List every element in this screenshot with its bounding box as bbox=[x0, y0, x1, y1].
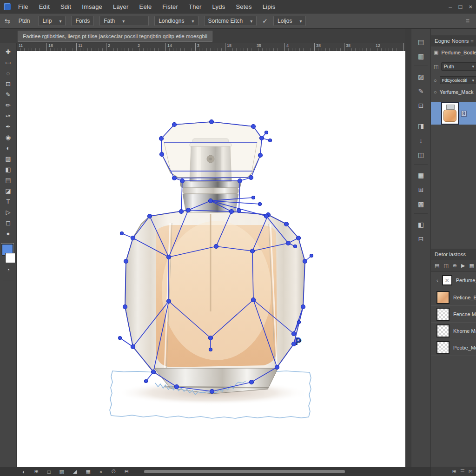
layer-mask-thumbnail[interactable] bbox=[436, 308, 450, 321]
menu-item[interactable]: Fister bbox=[162, 3, 178, 10]
layer-name-row[interactable]: ▣ Perfume_Bodle bbox=[434, 49, 476, 55]
panel-icon[interactable]: ◧ bbox=[418, 221, 424, 228]
layers-footer-icon[interactable]: ☰ bbox=[460, 469, 465, 475]
layer-row[interactable]: Reficne_Batb bbox=[431, 289, 476, 306]
tool-label: Ptdn bbox=[16, 16, 33, 26]
status-bar-icon[interactable]: × bbox=[99, 469, 102, 475]
path-thumbnail[interactable] bbox=[441, 102, 459, 125]
layers-toolbar-icon[interactable]: ▤ bbox=[435, 263, 439, 269]
maximize-button[interactable]: □ bbox=[459, 3, 463, 10]
paths-panel-header[interactable]: Eogne Noonrs ≡ bbox=[431, 35, 476, 46]
constrain-dropdown[interactable]: Londlogns ▾ bbox=[154, 16, 198, 26]
tool-icon[interactable]: ◪ bbox=[5, 187, 11, 195]
layer-mask-thumbnail[interactable] bbox=[436, 324, 450, 337]
menu-item[interactable]: Setes bbox=[236, 3, 251, 10]
layer-row[interactable]: Peobe_Mos bbox=[431, 339, 476, 356]
vector-mask-thumbnail[interactable]: ✕ bbox=[442, 275, 452, 285]
make-button[interactable]: Fords bbox=[71, 16, 94, 26]
menu-item[interactable]: Lipis bbox=[263, 3, 276, 10]
operation-dropdown[interactable]: FdEyoolectitl ▾ bbox=[440, 76, 476, 84]
status-bar-icon[interactable]: ▦ bbox=[86, 469, 90, 475]
panel-icon[interactable]: ▤ bbox=[418, 38, 424, 46]
panel-icon[interactable]: ⊞ bbox=[418, 186, 424, 193]
panel-icon[interactable]: ▩ bbox=[414, 200, 428, 214]
layer-thumbnail[interactable] bbox=[436, 291, 450, 304]
tool-icon[interactable]: ▤ bbox=[5, 177, 11, 184]
tool-icon[interactable]: ✑ bbox=[6, 112, 11, 120]
panel-icon[interactable]: ⊡ bbox=[414, 102, 428, 115]
panel-icon[interactable]: ↓ bbox=[419, 137, 423, 144]
background-color-swatch[interactable] bbox=[5, 253, 15, 263]
panel-icon[interactable]: ▥ bbox=[414, 53, 428, 66]
menu-item[interactable]: Eele bbox=[139, 3, 152, 10]
tool-icon[interactable]: ◻ bbox=[6, 219, 11, 227]
path-mode-dropdown[interactable]: Puth ▾ bbox=[441, 62, 476, 71]
status-bar-icon[interactable]: ⊞ bbox=[34, 469, 39, 475]
options-menu-icon[interactable]: ≡ bbox=[466, 17, 469, 25]
path-dropdown[interactable]: Fath ▾ bbox=[99, 16, 149, 26]
menu-item[interactable]: Layer bbox=[113, 3, 129, 10]
tool-icon[interactable]: ✎ bbox=[6, 91, 11, 99]
document-canvas[interactable]: P bbox=[17, 51, 405, 467]
layer-row[interactable]: Khorne Mail bbox=[431, 323, 476, 339]
tool-icon[interactable]: ▭ bbox=[5, 59, 11, 66]
panel-icon[interactable]: ▨ bbox=[418, 73, 424, 80]
tool-icon[interactable]: ▨ bbox=[5, 155, 11, 163]
tool-icon[interactable]: ◉ bbox=[6, 134, 11, 141]
menu-item[interactable]: Imsage bbox=[82, 3, 102, 10]
layers-toolbar-icon[interactable]: ⊕ bbox=[453, 263, 457, 269]
layers-footer-icon[interactable]: ⊡ bbox=[469, 469, 473, 475]
layers-panel-header[interactable]: Detor lastoss bbox=[431, 249, 476, 260]
layer-mask-thumbnail[interactable] bbox=[436, 341, 450, 354]
status-bar-icon[interactable]: ▨ bbox=[60, 469, 64, 475]
back-chevron-icon[interactable]: ‹ bbox=[436, 278, 438, 283]
panel-icon[interactable]: ✎ bbox=[418, 87, 424, 95]
layers-toolbar-icon[interactable]: ▦ bbox=[469, 263, 474, 269]
menu-item[interactable]: Ther bbox=[189, 3, 202, 10]
commit-check-icon[interactable]: ✓ bbox=[262, 17, 268, 25]
layer-row[interactable]: Fencne Mai bbox=[431, 306, 476, 323]
tool-icon[interactable]: ✏ bbox=[6, 102, 11, 109]
tool-icon[interactable]: ● bbox=[7, 230, 10, 238]
menu-item[interactable]: Edit bbox=[39, 3, 50, 10]
tool-icon[interactable]: ◌ bbox=[7, 70, 10, 77]
menu-item[interactable]: File bbox=[18, 3, 28, 10]
operation-row[interactable]: ○ FdEyoolectitl ▾ bbox=[434, 76, 476, 84]
tool-icon[interactable]: ◧ bbox=[5, 166, 11, 173]
minimize-button[interactable]: – bbox=[449, 3, 452, 10]
panel-icon[interactable]: ⊟ bbox=[418, 235, 424, 243]
tool-icon[interactable]: ⊡ bbox=[6, 80, 11, 88]
menu-item[interactable]: Lyds bbox=[212, 3, 225, 10]
panel-icon[interactable]: ◫ bbox=[414, 151, 428, 165]
tool-icon[interactable]: ▷ bbox=[6, 209, 10, 216]
menu-item[interactable]: Sdit bbox=[60, 3, 71, 10]
layers-footer-icon[interactable]: ⊞ bbox=[452, 469, 456, 475]
path-mode-row[interactable]: ◫ Puth ▾ bbox=[434, 62, 476, 71]
horizontal-ruler[interactable]: 1118112214318354383812 bbox=[17, 43, 405, 51]
status-bar-icon[interactable]: ∅ bbox=[111, 469, 116, 475]
mask-name-row[interactable]: ○ Yerfume_Mack bbox=[434, 89, 476, 95]
status-bar-icon[interactable]: □ bbox=[47, 469, 51, 475]
status-bar-icon[interactable]: ◢ bbox=[73, 469, 77, 475]
panel-icon[interactable]: ◨ bbox=[418, 122, 424, 130]
hand-tool-icon[interactable]: ◔ bbox=[7, 266, 10, 274]
tool-icon[interactable]: ◐ bbox=[7, 145, 10, 152]
align-dropdown[interactable]: Loljos ▾ bbox=[273, 16, 306, 26]
status-bar-icon[interactable]: ◐ bbox=[22, 469, 26, 475]
tool-icon[interactable]: ✒ bbox=[6, 123, 11, 131]
tool-preset-icon[interactable]: ⇆ bbox=[5, 17, 10, 25]
ruler-number: 4 bbox=[284, 43, 314, 51]
edge-dropdown[interactable]: Sortcme Eitch ▾ bbox=[204, 16, 257, 26]
close-button[interactable]: × bbox=[469, 3, 472, 10]
panel-menu-icon[interactable]: ≡ bbox=[470, 35, 474, 46]
tool-icon[interactable]: T bbox=[7, 198, 10, 205]
status-bar-icon[interactable]: ⊟ bbox=[125, 469, 129, 475]
tool-icon[interactable]: ✚ bbox=[6, 48, 11, 56]
layers-toolbar-icon[interactable]: ◫ bbox=[443, 263, 448, 269]
panel-icon[interactable]: ▦ bbox=[418, 172, 424, 179]
horizontal-scrollbar[interactable] bbox=[144, 470, 345, 473]
layers-breadcrumb-row[interactable]: ‹ ✕ Perfume_Botl bbox=[431, 272, 476, 288]
mode-dropdown[interactable]: Lrip ▾ bbox=[38, 16, 66, 26]
selected-path-thumbnail-row[interactable]: 8 bbox=[431, 102, 476, 125]
layers-toolbar-icon[interactable]: ▶ bbox=[461, 263, 465, 269]
